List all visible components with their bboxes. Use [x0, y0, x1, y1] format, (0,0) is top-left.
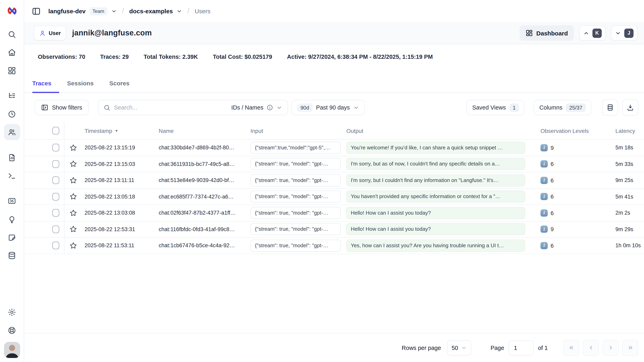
- date-range-button[interactable]: 90d Past 90 days: [292, 100, 365, 115]
- trace-timestamp[interactable]: 2025-08-22 13:15:19: [82, 140, 157, 156]
- next-user-button[interactable]: J: [611, 25, 638, 41]
- trace-timestamp[interactable]: 2025-08-22 13:03:08: [82, 205, 157, 221]
- row-checkbox[interactable]: [52, 193, 59, 200]
- trace-input-preview[interactable]: {"stream": true, "model": "gpt-…: [250, 174, 341, 186]
- trace-timestamp[interactable]: 2025-08-22 13:05:18: [82, 189, 157, 204]
- sidebar-item-datasets[interactable]: [4, 247, 20, 263]
- row-checkbox[interactable]: [52, 226, 59, 233]
- trace-input-preview[interactable]: {"stream": true, "model": "gpt-…: [250, 223, 341, 235]
- star-icon[interactable]: [69, 160, 77, 168]
- breadcrumb-org[interactable]: langfuse-dev: [48, 8, 86, 14]
- trace-output-preview[interactable]: Hello! How can I assist you today?: [346, 223, 525, 235]
- support-icon[interactable]: [4, 322, 20, 338]
- trace-input-preview[interactable]: {"stream":true,"model":"gpt-5",…: [250, 142, 341, 154]
- langfuse-logo-icon[interactable]: [6, 5, 18, 16]
- sidebar-item-search[interactable]: [4, 26, 20, 42]
- table-row[interactable]: 2025-08-22 13:15:19 chat:330bd4e7-d869-4…: [24, 140, 644, 156]
- sidebar-toggle-icon[interactable]: [30, 5, 43, 18]
- trace-timestamp[interactable]: 2025-08-22 13:15:03: [82, 156, 157, 172]
- row-checkbox[interactable]: [52, 176, 59, 184]
- column-header-name[interactable]: Name: [157, 122, 248, 139]
- row-checkbox[interactable]: [52, 242, 59, 250]
- user-avatar[interactable]: [4, 342, 20, 358]
- star-icon[interactable]: [69, 242, 77, 250]
- trace-input-preview[interactable]: {"stream": true, "model": "gpt-…: [250, 240, 341, 252]
- trace-output-preview[interactable]: Hello! How can I assist you today?: [346, 207, 525, 219]
- trace-name[interactable]: chat:330bd4e7-d869-4b2f-80…: [157, 140, 248, 156]
- column-header-latency[interactable]: Latency: [609, 122, 644, 139]
- column-header-output[interactable]: Output: [345, 122, 530, 139]
- trace-name[interactable]: chat:02f63f47-87b2-4377-a1ff…: [157, 205, 248, 221]
- tab-sessions[interactable]: Sessions: [67, 74, 101, 92]
- org-switcher-chevron-icon[interactable]: [111, 8, 117, 14]
- settings-icon[interactable]: [4, 304, 20, 320]
- table-row[interactable]: 2025-08-22 13:11:11 chat:513e84e9-9039-4…: [24, 172, 644, 189]
- star-icon[interactable]: [69, 144, 77, 152]
- sidebar-item-tracing[interactable]: [4, 88, 20, 104]
- trace-input-preview[interactable]: {"stream": true, "model": "gpt-…: [250, 207, 341, 219]
- previous-user-button[interactable]: K: [579, 25, 606, 41]
- rows-per-page-label: Rows per page: [402, 344, 441, 351]
- tab-traces[interactable]: Traces: [32, 74, 59, 92]
- trace-name[interactable]: chat:1cb67476-b5ce-4c4a-92…: [157, 238, 248, 254]
- row-checkbox[interactable]: [52, 160, 59, 168]
- trace-output-preview[interactable]: I'm sorry, but as of now, I couldn't fin…: [346, 158, 525, 170]
- trace-name[interactable]: chat:ec685f77-7374-427c-a6…: [157, 189, 248, 204]
- trace-output-preview[interactable]: I'm sorry, but I couldn't find any infor…: [346, 174, 525, 186]
- sidebar-item-playground[interactable]: [4, 168, 20, 184]
- tab-scores[interactable]: Scores: [109, 74, 137, 92]
- row-checkbox[interactable]: [52, 209, 59, 217]
- star-icon[interactable]: [69, 225, 77, 233]
- table-row[interactable]: 2025-08-22 12:53:31 chat:116fbfdc-0fd3-4…: [24, 221, 644, 238]
- trace-input-preview[interactable]: {"stream": true, "model": "gpt-…: [250, 191, 341, 203]
- dashboard-button[interactable]: Dashboard: [519, 25, 574, 41]
- last-page-button[interactable]: [622, 340, 638, 356]
- table-row[interactable]: 2025-08-22 13:05:18 chat:ec685f77-7374-4…: [24, 189, 644, 205]
- columns-button[interactable]: Columns 25/37: [534, 100, 591, 115]
- column-header-timestamp[interactable]: Timestamp▼: [82, 122, 157, 139]
- search-box[interactable]: IDs / Names: [98, 100, 288, 115]
- page-number-input[interactable]: [509, 340, 534, 355]
- row-checkbox[interactable]: [52, 144, 59, 152]
- sidebar-item-prompts[interactable]: [4, 150, 20, 166]
- trace-timestamp[interactable]: 2025-08-22 13:11:11: [82, 172, 157, 188]
- sidebar-item-annotation-queues[interactable]: [4, 229, 20, 245]
- show-filters-button[interactable]: Show filters: [35, 100, 88, 115]
- trace-input-preview[interactable]: {"stream": true, "model": "gpt-…: [250, 158, 341, 170]
- breadcrumb-project[interactable]: docs-examples: [129, 8, 173, 14]
- row-height-button[interactable]: [602, 100, 618, 116]
- search-input[interactable]: [114, 104, 228, 111]
- table-row[interactable]: 2025-08-22 13:03:08 chat:02f63f47-87b2-4…: [24, 205, 644, 221]
- trace-timestamp[interactable]: 2025-08-22 11:53:11: [82, 238, 157, 254]
- sidebar-item-insights[interactable]: [4, 211, 20, 227]
- column-header-input[interactable]: Input: [248, 122, 345, 139]
- previous-page-button[interactable]: [583, 340, 599, 356]
- table-row[interactable]: 2025-08-22 11:53:11 chat:1cb67476-b5ce-4…: [24, 238, 644, 254]
- trace-name[interactable]: chat:116fbfdc-0fd3-41af-99c8…: [157, 221, 248, 237]
- trace-output-preview[interactable]: You’re welcome! If you’d like, I can sha…: [346, 142, 525, 154]
- trace-output-preview[interactable]: You haven't provided any specific inform…: [346, 191, 525, 203]
- trace-name[interactable]: chat:3611931b-bc77-49c5-a8…: [157, 156, 248, 172]
- table-row[interactable]: 2025-08-22 13:15:03 chat:3611931b-bc77-4…: [24, 156, 644, 172]
- sidebar-item-sessions[interactable]: [4, 106, 20, 122]
- breadcrumb-page[interactable]: Users: [195, 8, 210, 14]
- first-page-button[interactable]: [563, 340, 579, 356]
- trace-output-preview[interactable]: Yes, how can I assist you? Are you havin…: [346, 240, 525, 252]
- sidebar-item-dashboards[interactable]: [4, 62, 20, 78]
- trace-timestamp[interactable]: 2025-08-22 12:53:31: [82, 221, 157, 237]
- trace-name[interactable]: chat:513e84e9-9039-42d0-bf…: [157, 172, 248, 188]
- rows-per-page-select[interactable]: 50: [447, 340, 471, 355]
- star-icon[interactable]: [69, 209, 77, 217]
- sidebar-item-home[interactable]: [4, 44, 20, 60]
- column-header-observation-levels[interactable]: Observation Levels: [530, 122, 609, 139]
- export-button[interactable]: [622, 100, 638, 116]
- select-all-checkbox[interactable]: [52, 127, 59, 134]
- sidebar-item-evals[interactable]: [4, 193, 20, 209]
- project-switcher-chevron-icon[interactable]: [176, 8, 182, 14]
- star-icon[interactable]: [69, 176, 77, 184]
- saved-views-button[interactable]: Saved Views 1: [466, 100, 524, 115]
- star-icon[interactable]: [69, 193, 77, 201]
- search-scope-selector[interactable]: IDs / Names: [231, 104, 282, 111]
- sidebar-item-users[interactable]: [4, 124, 20, 140]
- next-page-button[interactable]: [602, 340, 619, 356]
